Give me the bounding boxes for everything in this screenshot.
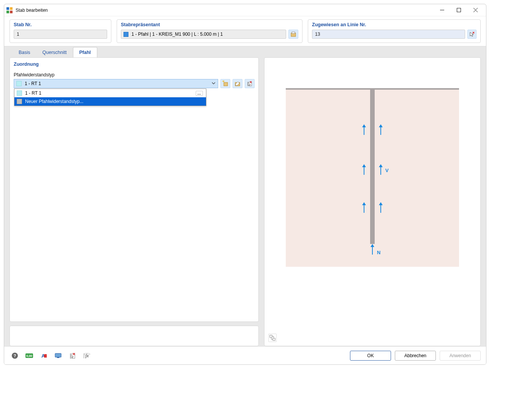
arrow-up-icon (370, 244, 375, 256)
label-v: V (385, 168, 389, 173)
label-n: N (377, 250, 380, 255)
formula-button[interactable]: fx (82, 351, 92, 361)
svg-rect-25 (270, 335, 272, 337)
panel-stabnr: Stab Nr. 1 (10, 19, 111, 43)
clear-pick-button[interactable] (67, 351, 78, 361)
svg-rect-12 (224, 82, 228, 86)
svg-text:fx: fx (86, 353, 89, 358)
maximize-button[interactable] (450, 5, 467, 16)
rep-value: 1 - Pfahl | 1 - KREIS_M1 900 | L : 5.000… (131, 32, 223, 37)
app-icon (6, 7, 13, 13)
svg-rect-26 (273, 338, 275, 340)
pile-element (370, 88, 375, 244)
window-title: Stab bearbeiten (16, 8, 48, 13)
rep-color-swatch (124, 32, 128, 37)
resistance-type-combobox[interactable]: 1 - RT 1 1 - RT 1 … (14, 79, 218, 88)
cancel-button[interactable]: Abbrechen (395, 351, 436, 361)
svg-rect-34 (57, 357, 59, 358)
swatch-icon (17, 90, 22, 96)
help-button[interactable]: ? (10, 351, 20, 361)
stabnr-value: 1 (14, 30, 107, 39)
delete-pick-button[interactable] (245, 79, 255, 88)
swatch-icon (17, 99, 22, 104)
arrow-up-icon (378, 124, 383, 136)
combo-selected: 1 - RT 1 (25, 81, 41, 86)
tab-pfahl[interactable]: Pfahl (73, 47, 98, 57)
stabnr-label: Stab Nr. (14, 22, 107, 27)
panel-representative: Stabrepräsentant 1 - Pfahl | 1 - KREIS_M… (117, 19, 302, 43)
svg-rect-0 (6, 7, 9, 10)
arrow-up-icon (362, 124, 366, 136)
view-toggle-button[interactable] (268, 334, 277, 342)
header-row: Stab Nr. 1 Stabrepräsentant 1 - Pfahl | … (4, 16, 486, 43)
ellipsis-button[interactable]: … (196, 91, 203, 96)
display-button[interactable] (53, 351, 63, 361)
tab-querschnitt[interactable]: Querschnitt (36, 48, 73, 57)
pick-line-button[interactable] (467, 30, 477, 39)
text-size-button[interactable]: A (38, 351, 49, 361)
line-value-field[interactable]: 13 (312, 30, 465, 39)
arrow-up-icon (362, 164, 366, 176)
tab-bar: Basis Querschnitt Pfahl (4, 46, 486, 57)
units-button[interactable]: 0,00 (24, 351, 35, 361)
svg-text:0,00: 0,00 (26, 354, 32, 358)
arrow-up-icon (378, 202, 383, 214)
rep-library-button[interactable] (288, 30, 298, 39)
dialog-button-bar: ? 0,00 A fx OK Abbrechen Anwenden (4, 346, 486, 364)
svg-rect-5 (457, 8, 461, 12)
resistance-type-label: Pfahlwiderstandstyp (14, 72, 255, 78)
arrow-up-icon (378, 164, 383, 176)
new-type-button[interactable] (220, 79, 230, 88)
edit-type-button[interactable] (233, 79, 242, 88)
zuordnung-panel: Zuordnung Pfahlwiderstandstyp 1 - RT 1 (10, 57, 259, 322)
diagram-panel: V N (264, 57, 481, 346)
svg-rect-9 (292, 32, 295, 33)
svg-rect-32 (44, 354, 47, 358)
dropdown-item-new[interactable]: Neuer Pfahlwiderstandstyp... (14, 97, 206, 106)
svg-text:?: ? (14, 353, 16, 358)
line-label: Zugewiesen an Linie Nr. (312, 22, 477, 27)
svg-rect-1 (10, 7, 13, 10)
rep-label: Stabrepräsentant (121, 22, 298, 27)
close-button[interactable] (467, 5, 484, 16)
rep-value-field: 1 - Pfahl | 1 - KREIS_M1 900 | L : 5.000… (121, 30, 286, 39)
combo-swatch (16, 81, 22, 86)
apply-button[interactable]: Anwenden (440, 351, 481, 361)
svg-rect-2 (6, 11, 9, 13)
panel-assigned-line: Zugewiesen an Linie Nr. 13 (308, 19, 481, 43)
pile-diagram: V N (286, 88, 459, 267)
left-bottom-strip (10, 326, 259, 346)
chevron-down-icon (212, 81, 215, 86)
zuordnung-title: Zuordnung (14, 62, 255, 67)
content-area: Zuordnung Pfahlwiderstandstyp 1 - RT 1 (4, 57, 486, 346)
arrow-up-icon (362, 202, 366, 214)
titlebar: Stab bearbeiten (4, 4, 486, 16)
minimize-button[interactable] (434, 5, 450, 16)
svg-rect-33 (55, 353, 61, 357)
ok-button[interactable]: OK (350, 351, 391, 361)
dialog-window: Stab bearbeiten Stab Nr. 1 Stabrepräsent… (4, 4, 486, 365)
resistance-type-dropdown: 1 - RT 1 … Neuer Pfahlwiderstandstyp... (14, 89, 206, 106)
dropdown-item-rt1[interactable]: 1 - RT 1 … (14, 89, 206, 97)
svg-rect-3 (10, 11, 13, 13)
tab-basis[interactable]: Basis (13, 48, 36, 57)
